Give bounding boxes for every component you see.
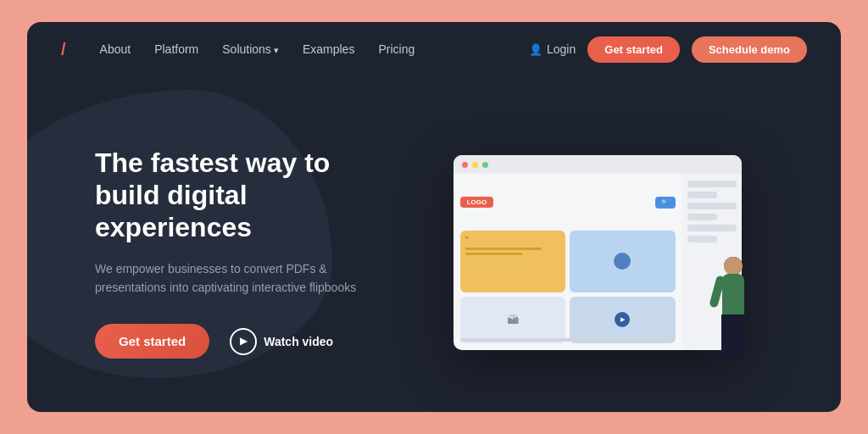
profile-card — [570, 231, 676, 292]
sidebar-line-2 — [687, 192, 717, 198]
browser-content: LOGO 🔍 " 🏔 ▶ — [453, 174, 742, 350]
person-legs — [721, 314, 745, 361]
pagination-bar — [460, 338, 674, 342]
nav-about[interactable]: About — [100, 42, 131, 56]
hero-illustration: LOGO 🔍 " 🏔 ▶ — [421, 125, 773, 380]
nav-examples[interactable]: Examples — [303, 42, 354, 56]
login-button[interactable]: 👤 Login — [529, 42, 576, 56]
dot-red — [462, 162, 468, 168]
sidebar-line-1 — [687, 181, 737, 187]
login-label: Login — [547, 42, 576, 56]
person-illustration — [709, 257, 756, 380]
hero-actions: Get started ▶ Watch video — [95, 324, 387, 359]
hero-title: The fastest way to build digital experie… — [95, 147, 387, 244]
person-body — [722, 274, 744, 316]
person-head — [724, 257, 743, 275]
nav-schedule-demo-button[interactable]: Schedule demo — [692, 36, 807, 63]
sidebar-line-3 — [687, 203, 737, 209]
main-card: / About Platform Solutions Examples Pric… — [27, 22, 841, 412]
sidebar-line-5 — [687, 225, 737, 231]
hero-left: The fastest way to build digital experie… — [95, 147, 421, 359]
navigation: / About Platform Solutions Examples Pric… — [27, 22, 841, 76]
hero-subtitle: We empower businesses to convert PDFs & … — [95, 259, 366, 298]
nav-platform[interactable]: Platform — [154, 42, 198, 56]
nav-get-started-button[interactable]: Get started — [587, 36, 680, 63]
image-card: 🏔 — [460, 297, 566, 343]
quote-line-2 — [465, 253, 523, 255]
sidebar-line-6 — [687, 236, 717, 242]
dot-yellow — [472, 162, 478, 168]
user-icon: 👤 — [529, 43, 542, 56]
hero-get-started-button[interactable]: Get started — [95, 324, 209, 359]
sidebar-line-4 — [687, 214, 717, 220]
browser-header: LOGO 🔍 — [460, 181, 676, 224]
video-play-icon: ▶ — [615, 312, 630, 327]
browser-mockup: LOGO 🔍 " 🏔 ▶ — [453, 155, 742, 350]
nav-right: 👤 Login Get started Schedule demo — [529, 36, 807, 63]
nav-solutions[interactable]: Solutions — [222, 42, 279, 56]
video-card: ▶ — [570, 297, 676, 343]
hero-section: The fastest way to build digital experie… — [27, 76, 841, 412]
browser-bar — [453, 155, 742, 174]
watch-video-label: Watch video — [264, 335, 333, 348]
logo[interactable]: / — [61, 40, 66, 59]
nav-links: About Platform Solutions Examples Pricin… — [100, 42, 529, 56]
avatar — [614, 253, 631, 270]
nav-pricing[interactable]: Pricing — [378, 42, 415, 56]
play-icon: ▶ — [230, 328, 257, 355]
hero-watch-video-button[interactable]: ▶ Watch video — [230, 328, 333, 355]
quote-card: " — [460, 231, 566, 292]
app-logo-pill: LOGO — [460, 197, 494, 208]
quote-icon: " — [465, 236, 561, 245]
browser-main: LOGO 🔍 " 🏔 ▶ — [453, 174, 682, 350]
dot-green — [482, 162, 488, 168]
quote-line-1 — [465, 248, 542, 250]
search-icon: 🔍 — [655, 197, 676, 209]
